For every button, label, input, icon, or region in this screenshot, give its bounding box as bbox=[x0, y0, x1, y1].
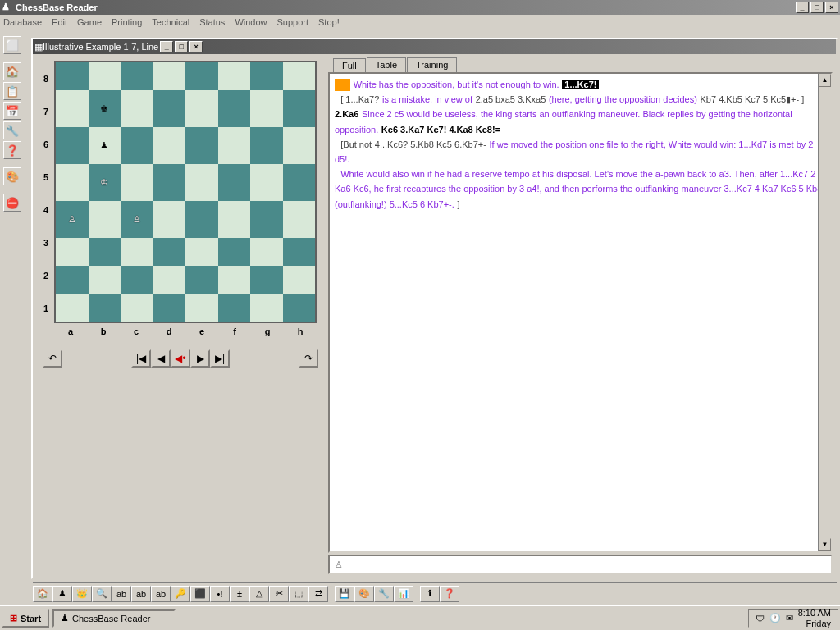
bottom-tool-10[interactable]: ± bbox=[230, 586, 249, 602]
square-a8[interactable] bbox=[56, 62, 89, 90]
tool-board-icon[interactable]: ⬜ bbox=[3, 36, 21, 54]
square-g3[interactable] bbox=[250, 238, 283, 266]
scroll-down-button[interactable]: ▼ bbox=[819, 538, 831, 551]
square-c3[interactable] bbox=[121, 238, 153, 266]
menu-game[interactable]: Game bbox=[77, 17, 102, 27]
scroll-up-button[interactable]: ▲ bbox=[819, 74, 831, 87]
bottom-tool-13[interactable]: ⬚ bbox=[289, 586, 308, 602]
flip-board-button-2[interactable]: ↷ bbox=[299, 349, 318, 368]
square-a4[interactable]: ♙ bbox=[56, 201, 89, 238]
menu-window[interactable]: Window bbox=[235, 17, 267, 27]
square-b4[interactable] bbox=[89, 201, 121, 238]
square-e2[interactable] bbox=[185, 266, 218, 294]
square-f7[interactable] bbox=[218, 90, 251, 127]
menu-printing[interactable]: Printing bbox=[112, 17, 142, 27]
square-d3[interactable] bbox=[153, 238, 186, 266]
bottom-tool-21[interactable]: ℹ bbox=[420, 586, 440, 602]
square-f1[interactable] bbox=[218, 294, 251, 322]
tool-palette-icon[interactable]: 🎨 bbox=[3, 167, 21, 185]
tool-help-icon[interactable]: ❓ bbox=[3, 141, 21, 159]
square-h3[interactable] bbox=[283, 238, 316, 266]
square-b8[interactable] bbox=[89, 62, 121, 90]
square-d6[interactable] bbox=[153, 127, 186, 164]
square-e1[interactable] bbox=[185, 294, 218, 322]
square-c7[interactable] bbox=[121, 90, 153, 127]
bottom-tool-5[interactable]: ab bbox=[131, 586, 151, 602]
square-f6[interactable] bbox=[218, 127, 251, 164]
bottom-tool-22[interactable]: ❓ bbox=[440, 586, 459, 602]
square-h1[interactable] bbox=[283, 294, 316, 322]
square-b5[interactable]: ♔ bbox=[89, 164, 121, 201]
tool-calendar-icon[interactable]: 📅 bbox=[3, 102, 21, 120]
square-e3[interactable] bbox=[185, 238, 218, 266]
tab-table[interactable]: Table bbox=[367, 57, 406, 72]
square-f5[interactable] bbox=[218, 164, 251, 201]
square-h2[interactable] bbox=[283, 266, 316, 294]
square-b2[interactable] bbox=[89, 266, 121, 294]
menu-status[interactable]: Status bbox=[199, 17, 225, 27]
bottom-tool-12[interactable]: ✂ bbox=[269, 586, 289, 602]
bottom-tool-19[interactable]: 📊 bbox=[394, 586, 413, 602]
square-g1[interactable] bbox=[250, 294, 283, 322]
square-f4[interactable] bbox=[218, 201, 251, 238]
bottom-tool-16[interactable]: 💾 bbox=[335, 586, 354, 602]
bottom-tool-18[interactable]: 🔧 bbox=[374, 586, 394, 602]
square-d4[interactable] bbox=[153, 201, 186, 238]
scrollbar[interactable]: ▲ ▼ bbox=[818, 74, 831, 551]
tab-training[interactable]: Training bbox=[407, 57, 457, 72]
menu-stop[interactable]: Stop! bbox=[318, 17, 340, 27]
minimize-button[interactable]: _ bbox=[796, 2, 809, 13]
square-d7[interactable] bbox=[153, 90, 186, 127]
square-c4[interactable]: ♙ bbox=[121, 201, 153, 238]
bottom-tool-9[interactable]: •! bbox=[210, 586, 230, 602]
bottom-tool-2[interactable]: 👑 bbox=[72, 586, 92, 602]
square-a6[interactable] bbox=[56, 127, 89, 164]
square-g8[interactable] bbox=[250, 62, 283, 90]
square-a3[interactable] bbox=[56, 238, 89, 266]
flip-board-button[interactable]: ↶ bbox=[43, 349, 62, 368]
doc-close-button[interactable]: × bbox=[189, 41, 203, 52]
square-a7[interactable] bbox=[56, 90, 89, 127]
tray-shield-icon[interactable]: 🛡 bbox=[756, 614, 765, 623]
square-c5[interactable] bbox=[121, 164, 153, 201]
square-d5[interactable] bbox=[153, 164, 186, 201]
maximize-button[interactable]: □ bbox=[810, 2, 824, 13]
clock[interactable]: 8:10 AM Friday bbox=[798, 608, 831, 628]
square-f2[interactable] bbox=[218, 266, 251, 294]
square-d1[interactable] bbox=[153, 294, 186, 322]
square-h6[interactable] bbox=[283, 127, 316, 164]
square-g6[interactable] bbox=[250, 127, 283, 164]
square-h5[interactable] bbox=[283, 164, 316, 201]
square-a5[interactable] bbox=[56, 164, 89, 201]
nav-next-button[interactable]: ▶ bbox=[190, 349, 210, 368]
bottom-tool-3[interactable]: 🔍 bbox=[92, 586, 112, 602]
square-g7[interactable] bbox=[250, 90, 283, 127]
menu-edit[interactable]: Edit bbox=[52, 17, 67, 27]
nav-last-button[interactable]: ▶| bbox=[210, 349, 230, 368]
bottom-tool-1[interactable]: ♟ bbox=[52, 586, 72, 602]
square-b3[interactable] bbox=[89, 238, 121, 266]
tray-mail-icon[interactable]: ✉ bbox=[786, 613, 793, 623]
tab-full[interactable]: Full bbox=[333, 58, 366, 73]
bottom-tool-14[interactable]: ⇄ bbox=[308, 586, 328, 602]
move-highlighted[interactable]: 1...Kc7! bbox=[562, 80, 599, 89]
menu-technical[interactable]: Technical bbox=[152, 17, 189, 27]
square-g5[interactable] bbox=[250, 164, 283, 201]
tool-clipboard-icon[interactable]: 📋 bbox=[3, 82, 21, 100]
square-e5[interactable] bbox=[185, 164, 218, 201]
square-e7[interactable] bbox=[185, 90, 218, 127]
menu-support[interactable]: Support bbox=[277, 17, 309, 27]
square-h4[interactable] bbox=[283, 201, 316, 238]
nav-prev-button[interactable]: ◀ bbox=[151, 349, 171, 368]
square-a1[interactable] bbox=[56, 294, 89, 322]
square-h7[interactable] bbox=[283, 90, 316, 127]
square-b1[interactable] bbox=[89, 294, 121, 322]
taskbar-app[interactable]: ♟ ChessBase Reader bbox=[52, 609, 176, 628]
square-f8[interactable] bbox=[218, 62, 251, 90]
bottom-tool-7[interactable]: 🔑 bbox=[171, 586, 190, 602]
tool-stop-icon[interactable]: ⛔ bbox=[3, 194, 21, 212]
square-c8[interactable] bbox=[121, 62, 153, 90]
doc-maximize-button[interactable]: □ bbox=[175, 41, 188, 52]
square-b7[interactable]: ♚ bbox=[89, 90, 121, 127]
bottom-tool-4[interactable]: ab bbox=[112, 586, 131, 602]
